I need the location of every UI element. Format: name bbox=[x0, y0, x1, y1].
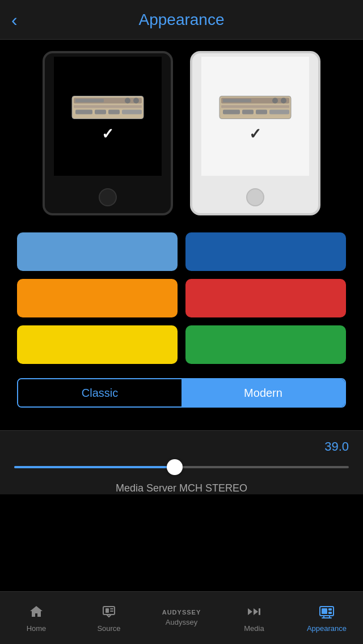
tab-source[interactable]: Source bbox=[73, 592, 145, 644]
svg-rect-19 bbox=[269, 109, 289, 114]
svg-rect-29 bbox=[322, 617, 332, 618]
svg-rect-2 bbox=[75, 99, 104, 102]
svg-rect-9 bbox=[122, 109, 142, 114]
tab-audyssey-label: Audyssey bbox=[166, 618, 197, 626]
svg-rect-21 bbox=[105, 608, 109, 613]
dark-checkmark: ✓ bbox=[102, 125, 114, 143]
color-button-blue-dark[interactable] bbox=[185, 232, 346, 271]
svg-rect-24 bbox=[259, 608, 260, 615]
tab-media[interactable]: Media bbox=[218, 592, 290, 644]
theme-selector: ✓ bbox=[17, 51, 346, 215]
volume-slider[interactable] bbox=[14, 459, 349, 476]
dark-receiver: ✓ bbox=[71, 90, 145, 143]
svg-rect-22 bbox=[110, 608, 113, 609]
svg-rect-17 bbox=[242, 109, 254, 114]
tab-home[interactable]: Home bbox=[0, 592, 73, 644]
svg-rect-28 bbox=[328, 612, 332, 614]
audyssey-icon: AUDYSSEY bbox=[162, 609, 201, 616]
svg-rect-7 bbox=[95, 109, 106, 114]
tab-appearance[interactable]: Appearance bbox=[290, 592, 363, 644]
appearance-icon bbox=[318, 604, 335, 622]
page-title: Appearance bbox=[138, 11, 224, 29]
svg-point-4 bbox=[133, 98, 139, 103]
tab-media-label: Media bbox=[244, 624, 264, 633]
media-icon bbox=[246, 604, 263, 622]
svg-point-14 bbox=[281, 98, 286, 103]
color-button-yellow[interactable] bbox=[17, 325, 178, 364]
tab-home-label: Home bbox=[27, 624, 47, 633]
color-button-blue-light[interactable] bbox=[17, 232, 178, 271]
volume-display: 39.0 bbox=[14, 439, 349, 454]
source-icon bbox=[101, 604, 117, 622]
tab-audyssey[interactable]: AUDYSSEY Audyssey bbox=[145, 592, 218, 644]
slider-fill bbox=[14, 466, 175, 468]
source-info: Media Server MCH STEREO bbox=[14, 482, 349, 494]
svg-point-3 bbox=[125, 98, 130, 103]
color-button-orange[interactable] bbox=[17, 279, 178, 317]
main-content: ✓ bbox=[0, 40, 363, 430]
dark-ipad: ✓ bbox=[43, 51, 173, 215]
svg-rect-23 bbox=[110, 611, 113, 612]
svg-rect-8 bbox=[108, 109, 120, 114]
header: ‹ Appearance bbox=[0, 0, 363, 40]
dark-ipad-screen: ✓ bbox=[54, 57, 162, 176]
modern-button[interactable]: Modern bbox=[182, 379, 345, 406]
classic-button[interactable]: Classic bbox=[18, 379, 182, 406]
svg-rect-12 bbox=[223, 99, 251, 102]
svg-rect-16 bbox=[223, 109, 240, 114]
color-button-red[interactable] bbox=[185, 279, 346, 317]
tab-source-label: Source bbox=[97, 624, 120, 633]
svg-rect-15 bbox=[221, 105, 289, 108]
style-toggle: Classic Modern bbox=[17, 378, 346, 408]
dark-theme-option[interactable]: ✓ bbox=[43, 51, 173, 215]
svg-rect-5 bbox=[74, 105, 142, 108]
volume-section: 39.0 Media Server MCH STEREO bbox=[0, 430, 363, 494]
light-checkmark: ✓ bbox=[249, 125, 261, 143]
light-receiver: ✓ bbox=[218, 90, 292, 143]
color-button-green[interactable] bbox=[185, 325, 346, 364]
home-icon bbox=[28, 604, 44, 622]
tab-bar: Home Source AUDYSSEY Audyssey Medi bbox=[0, 591, 363, 644]
svg-rect-27 bbox=[328, 608, 332, 611]
light-ipad-screen: ✓ bbox=[201, 57, 309, 176]
color-palette bbox=[17, 232, 346, 364]
slider-thumb[interactable] bbox=[167, 459, 183, 475]
tab-appearance-label: Appearance bbox=[307, 624, 347, 633]
svg-rect-26 bbox=[322, 608, 327, 614]
svg-rect-18 bbox=[256, 109, 267, 114]
light-ipad: ✓ bbox=[190, 51, 320, 215]
svg-rect-6 bbox=[75, 109, 92, 114]
light-theme-option[interactable]: ✓ bbox=[190, 51, 320, 215]
svg-point-13 bbox=[272, 98, 278, 103]
back-button[interactable]: ‹ bbox=[11, 11, 18, 29]
